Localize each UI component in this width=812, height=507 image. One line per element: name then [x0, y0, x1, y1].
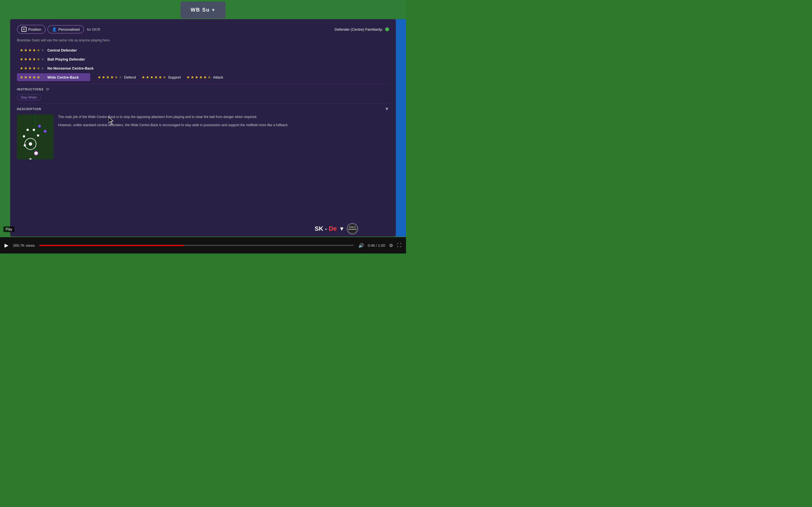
- star-1: ★: [20, 57, 23, 61]
- svg-point-11: [34, 151, 38, 155]
- duty-attack[interactable]: ★ ★ ★ ★ ★ ★ Attack: [186, 75, 223, 79]
- reset-icon[interactable]: ⟳: [46, 87, 49, 92]
- instruction-tags: Stay Wider: [17, 94, 389, 101]
- top-area: WB Su +: [0, 0, 406, 20]
- star-2: ★: [24, 48, 28, 52]
- svg-text:WORK IN: WORK IN: [349, 226, 356, 228]
- attack-stars: ★ ★ ★ ★ ★ ★: [186, 75, 211, 79]
- video-controls: ▶ 265.7K views 🔊 0:46 / 1:00 ⚙ ⛶: [0, 237, 406, 253]
- star-6: ★: [41, 75, 45, 79]
- header-left: ⊞ Position 👤 Personalised for DCR: [17, 25, 100, 34]
- role-no-nonsense-cb[interactable]: ★ ★ ★ ★ ★ ★ No-Nonsense Centre-Back: [17, 64, 389, 72]
- bpd-label: Ball Playing Defender: [47, 57, 85, 61]
- play-button[interactable]: ▶: [4, 242, 8, 248]
- defend-label: Defend: [124, 75, 136, 79]
- sk-de-overlay: SK - De ▼ WORK IN PROGRESS: [315, 223, 358, 234]
- description-section: DESCRIPTION ▼: [17, 107, 389, 159]
- svg-text:PROGRESS: PROGRESS: [349, 228, 357, 230]
- star-4: ★: [33, 75, 36, 79]
- description-title: DESCRIPTION: [17, 107, 41, 111]
- position-button[interactable]: ⊞ Position: [17, 25, 46, 34]
- desc-para-2: However, unlike standard central defende…: [58, 122, 289, 128]
- role-selection-modal: ⊞ Position 👤 Personalised for DCR Defend…: [10, 19, 396, 237]
- position-icon: ⊞: [21, 27, 27, 32]
- person-icon: 👤: [52, 27, 57, 32]
- chevron-down-arrow: ▼: [339, 226, 345, 232]
- star-5: ★: [37, 57, 40, 61]
- progress-bar[interactable]: [39, 245, 354, 246]
- personalised-button[interactable]: 👤 Personalised: [47, 25, 84, 34]
- sk-text: SK - De: [315, 225, 337, 232]
- star-3: ★: [28, 48, 32, 52]
- star-4: ★: [33, 66, 36, 70]
- star-6: ★: [41, 57, 45, 61]
- instructions-header: INSTRUCTIONS ⟳: [17, 87, 389, 92]
- familiarity-label: Defender (Centre) Familiarity:: [335, 27, 383, 32]
- svg-point-10: [24, 144, 26, 147]
- views-count: 265.7K views: [13, 243, 35, 247]
- role-list: ★ ★ ★ ★ ★ ★ Central Defender ★ ★ ★ ★ ★ ★…: [17, 46, 389, 81]
- wip-badge: WORK IN PROGRESS: [347, 223, 358, 234]
- bpd-stars: ★ ★ ★ ★ ★ ★: [20, 57, 45, 61]
- star-3: ★: [28, 75, 32, 79]
- duty-options: ★ ★ ★ ★ ★ ★ Defend ★ ★ ★ ★ ★: [98, 75, 223, 79]
- stay-wider-tag[interactable]: Stay Wider: [17, 94, 41, 101]
- svg-point-7: [37, 134, 39, 136]
- header-right: Defender (Centre) Familiarity:: [335, 27, 389, 32]
- star-1: ★: [20, 48, 23, 52]
- video-time: 0:46 / 1:00: [368, 243, 385, 247]
- cd-stars: ★ ★ ★ ★ ★ ★: [20, 48, 45, 52]
- duty-defend[interactable]: ★ ★ ★ ★ ★ ★ Defend: [98, 75, 136, 79]
- instructions-title: INSTRUCTIONS: [17, 88, 44, 91]
- defend-stars: ★ ★ ★ ★ ★ ★: [98, 75, 122, 79]
- star-5: ★: [37, 75, 40, 79]
- svg-point-8: [27, 129, 29, 131]
- wcb-stars: ★ ★ ★ ★ ★ ★: [20, 75, 45, 79]
- volume-icon[interactable]: 🔊: [358, 243, 364, 248]
- svg-point-9: [23, 135, 25, 137]
- time-total: 1:00: [378, 243, 385, 247]
- modal-header: ⊞ Position 👤 Personalised for DCR Defend…: [17, 25, 389, 34]
- star-1: ★: [20, 75, 23, 79]
- role-central-defender[interactable]: ★ ★ ★ ★ ★ ★ Central Defender: [17, 46, 389, 54]
- nncb-label: No-Nonsense Centre-Back: [47, 66, 94, 70]
- chevron-down-icon[interactable]: ▼: [385, 107, 389, 112]
- personalised-label: Personalised: [58, 27, 80, 32]
- svg-point-6: [33, 129, 35, 131]
- for-dcr-label: for DCR: [87, 27, 100, 32]
- central-defender-label: Central Defender: [47, 48, 77, 52]
- attack-label: Attack: [213, 75, 223, 79]
- fullscreen-icon[interactable]: ⛶: [397, 243, 402, 248]
- star-3: ★: [28, 66, 32, 70]
- description-header: DESCRIPTION ▼: [17, 107, 389, 112]
- role-wide-centre-back[interactable]: ★ ★ ★ ★ ★ ★ Wide Centre-Back: [17, 73, 90, 81]
- star-3: ★: [28, 57, 32, 61]
- svg-point-5: [44, 130, 47, 133]
- right-sidebar: [396, 19, 406, 237]
- svg-point-3: [29, 142, 32, 146]
- nncb-stars: ★ ★ ★ ★ ★ ★: [20, 66, 45, 70]
- svg-point-4: [38, 125, 41, 128]
- star-2: ★: [24, 75, 28, 79]
- star-2: ★: [24, 66, 28, 70]
- divider-1: [17, 84, 389, 84]
- familiarity-indicator: [385, 27, 389, 31]
- star-2: ★: [24, 57, 28, 61]
- player-card-stub: WB Su +: [181, 1, 225, 18]
- role-ball-playing-defender[interactable]: ★ ★ ★ ★ ★ ★ Ball Playing Defender: [17, 55, 389, 63]
- play-overlay: Play: [3, 226, 14, 232]
- description-text: The main job of the Wide Centre-Back is …: [58, 114, 289, 159]
- settings-icon[interactable]: ⚙: [389, 243, 393, 248]
- desc-para-1: The main job of the Wide Centre-Back is …: [58, 114, 289, 120]
- wip-globe-icon: WORK IN PROGRESS: [347, 224, 357, 234]
- divider-2: [17, 103, 389, 104]
- star-5: ★: [37, 66, 40, 70]
- subtitle: Branislav Savic will use the same role a…: [17, 38, 389, 42]
- time-current: 0:46: [368, 243, 375, 247]
- position-label: Position: [28, 27, 41, 32]
- star-5: ★: [37, 48, 40, 52]
- progress-fill: [39, 245, 184, 246]
- star-1: ★: [20, 66, 23, 70]
- sk-label: SK -: [315, 225, 329, 232]
- duty-support[interactable]: ★ ★ ★ ★ ★ ★ Support: [142, 75, 181, 79]
